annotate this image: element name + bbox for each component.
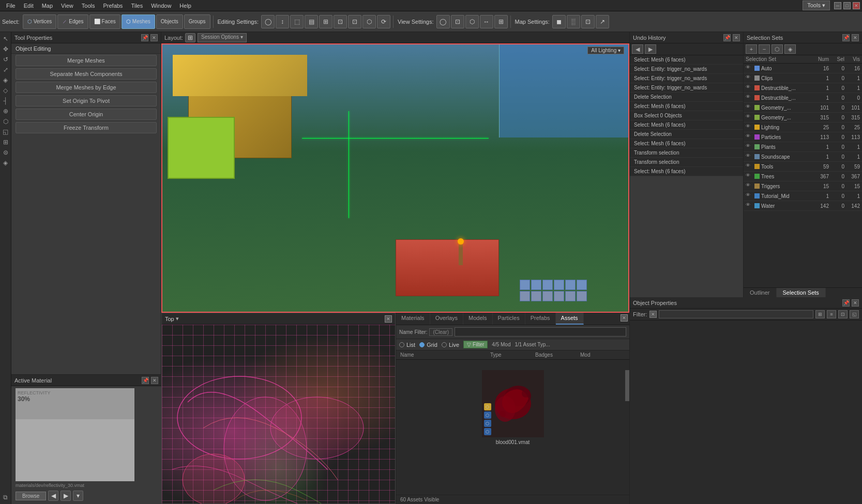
- maximize-btn[interactable]: □: [843, 2, 851, 9]
- map-setting-3[interactable]: ⊡: [581, 15, 595, 28]
- sidebar-grid-icon[interactable]: ⊞: [1, 138, 10, 147]
- sidebar-geo-icon[interactable]: ⬡: [1, 117, 10, 126]
- mat-arrow-left[interactable]: ◀: [48, 491, 58, 501]
- history-item[interactable]: Select: Entity: trigger_no_wards: [630, 83, 743, 93]
- sets-eye-icon[interactable]: 👁: [746, 94, 753, 101]
- set-origin-btn[interactable]: Set Origin To Pivot: [16, 95, 157, 106]
- menu-file[interactable]: File: [2, 2, 20, 10]
- history-item[interactable]: Select: Entity: trigger_no_wards: [630, 65, 743, 74]
- edit-setting-1[interactable]: ◯: [261, 15, 275, 28]
- sets-eye-icon[interactable]: 👁: [746, 65, 753, 72]
- menu-help[interactable]: Help: [175, 2, 195, 10]
- history-item[interactable]: Transform selection: [630, 158, 743, 167]
- session-options[interactable]: Session Options ▾: [198, 33, 247, 42]
- edit-setting-3[interactable]: ⬚: [290, 15, 304, 28]
- sets-row[interactable]: 👁 Trees 367 0 367: [744, 172, 862, 181]
- tools-dropdown[interactable]: Tools ▾: [803, 1, 830, 10]
- active-material-pin[interactable]: 📌: [142, 377, 149, 384]
- history-item[interactable]: Select: Mesh (6 faces): [630, 102, 743, 111]
- mode-groups[interactable]: Groups: [184, 14, 210, 29]
- sidebar-morph-icon[interactable]: ◱: [1, 127, 10, 136]
- filter-input[interactable]: [455, 327, 626, 337]
- mode-faces[interactable]: ⬜ Faces: [89, 14, 120, 29]
- obj-props-pin[interactable]: 📌: [842, 299, 850, 307]
- sets-eye-icon[interactable]: 👁: [746, 74, 753, 82]
- mode-edges[interactable]: ⟋ Edges: [57, 14, 88, 29]
- asset-scrollbar[interactable]: [625, 360, 629, 495]
- view-live-option[interactable]: Live: [442, 342, 459, 348]
- undo-fwd-btn[interactable]: ▶: [645, 44, 656, 54]
- tab-selection-sets[interactable]: Selection Sets: [777, 288, 826, 297]
- browse-btn[interactable]: Browse: [16, 492, 46, 500]
- edit-setting-5[interactable]: ⊞: [319, 15, 332, 28]
- view-setting-3[interactable]: ⬡: [465, 15, 479, 28]
- mat-arrow-right[interactable]: ▶: [61, 491, 71, 501]
- undo-history-close[interactable]: ✕: [733, 34, 740, 41]
- asset-scrollbar-thumb[interactable]: [625, 370, 629, 401]
- history-item[interactable]: Delete Selection: [630, 93, 743, 102]
- selection-sets-close[interactable]: ✕: [852, 34, 859, 41]
- edit-setting-4[interactable]: ▤: [305, 15, 318, 28]
- sets-row[interactable]: 👁 Triggers 15 0 15: [744, 181, 862, 191]
- freeze-transform-btn[interactable]: Freeze Transform: [16, 122, 157, 133]
- mat-dropdown[interactable]: ▾: [73, 491, 83, 501]
- sidebar-move-icon[interactable]: ✥: [1, 44, 10, 54]
- sets-row[interactable]: 👁 Clips 1 0 1: [744, 73, 862, 83]
- history-item[interactable]: Select: Mesh (6 faces): [630, 55, 743, 65]
- sets-row[interactable]: 👁 Soundscape 1 0 1: [744, 152, 862, 162]
- sets-row[interactable]: 👁 Destructible_... 1 0 0: [744, 93, 862, 103]
- 2d-viewport-close[interactable]: ✕: [385, 315, 392, 323]
- sets-eye-icon[interactable]: 👁: [746, 153, 753, 160]
- sidebar-brush-icon[interactable]: ◈: [1, 158, 10, 167]
- view-setting-1[interactable]: ◯: [436, 15, 450, 28]
- filter-clear-x[interactable]: ✕: [649, 311, 657, 318]
- asset-item-blood[interactable]: ⬡ ⬡ ⬡ ⬡ blood001.vmat: [396, 360, 629, 449]
- tab-prefabs[interactable]: Prefabs: [525, 313, 556, 325]
- menu-tools[interactable]: Tools: [78, 2, 99, 10]
- mode-vertices[interactable]: ⬡ Vertices: [23, 14, 57, 29]
- grid-radio[interactable]: [419, 342, 425, 347]
- all-lighting-badge[interactable]: All Lighting ▾: [587, 47, 624, 54]
- sets-eye-icon[interactable]: 👁: [746, 114, 753, 121]
- active-material-close[interactable]: ✕: [151, 377, 158, 384]
- view-toggle-3[interactable]: ⊡: [838, 310, 848, 318]
- tab-models[interactable]: Models: [463, 313, 492, 325]
- sets-eye-icon[interactable]: 👁: [746, 192, 753, 200]
- mode-meshes[interactable]: ⬡ Meshes: [122, 14, 155, 29]
- sidebar-add-icon[interactable]: ⊕: [1, 106, 10, 116]
- history-item[interactable]: Box Select 0 Objects: [630, 111, 743, 120]
- asset-content[interactable]: ⬡ ⬡ ⬡ ⬡ blood001.vmat: [396, 360, 629, 495]
- sets-eye-icon[interactable]: 👁: [746, 104, 753, 111]
- undo-back-btn[interactable]: ◀: [632, 44, 643, 54]
- filter-clear-btn[interactable]: (Clear): [429, 328, 452, 336]
- edit-setting-6[interactable]: ⊡: [334, 15, 347, 28]
- merge-meshes-btn[interactable]: Merge Meshes: [16, 55, 157, 66]
- obj-filter-input[interactable]: [659, 310, 814, 318]
- sets-remove-btn[interactable]: −: [759, 44, 770, 54]
- tool-props-close[interactable]: ✕: [150, 34, 158, 41]
- asset-panel-close[interactable]: ✕: [621, 314, 628, 322]
- live-radio[interactable]: [442, 342, 447, 347]
- sidebar-snap-icon[interactable]: ⊜: [1, 148, 10, 157]
- sets-row[interactable]: 👁 Water 142 0 142: [744, 201, 862, 211]
- selection-sets-pin[interactable]: 📌: [842, 34, 850, 41]
- tab-overlays[interactable]: Overlays: [430, 313, 463, 325]
- undo-history-list[interactable]: Select: Mesh (6 faces)Select: Entity: tr…: [630, 55, 743, 176]
- obj-props-close[interactable]: ✕: [852, 299, 859, 307]
- map-setting-4[interactable]: ↗: [596, 15, 609, 28]
- sets-list[interactable]: 👁 Auto 16 0 16 👁 Clips 1 0 1 👁 Destructi…: [744, 64, 862, 287]
- sets-row[interactable]: 👁 Destructible_... 1 0 1: [744, 83, 862, 93]
- mode-objects[interactable]: Objects: [156, 14, 183, 29]
- tab-assets[interactable]: Assets: [556, 313, 584, 325]
- sets-row[interactable]: 👁 Tutorial_Mid 1 0 1: [744, 191, 862, 201]
- undo-history-pin[interactable]: 📌: [723, 34, 731, 41]
- sidebar-scale-icon[interactable]: ⤢: [1, 65, 10, 74]
- menu-prefabs[interactable]: Prefabs: [99, 2, 127, 10]
- viewport-2d-dropdown-icon[interactable]: ▾: [176, 315, 179, 322]
- view-toggle-2[interactable]: ≡: [827, 310, 836, 318]
- edit-setting-2[interactable]: ↕: [276, 15, 289, 28]
- sets-row[interactable]: 👁 Plants 1 0 1: [744, 142, 862, 152]
- sets-eye-icon[interactable]: 👁: [746, 182, 753, 190]
- sets-row[interactable]: 👁 Particles 113 0 113: [744, 132, 862, 142]
- edit-setting-9[interactable]: ⟳: [377, 15, 390, 28]
